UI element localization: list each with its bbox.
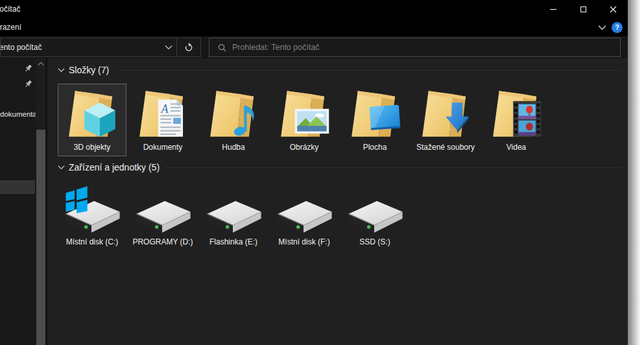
tile-dokumenty[interactable]: Dokumenty — [128, 84, 197, 156]
sidebar-selected-row[interactable] — [0, 180, 35, 194]
address-dropdown-button[interactable] — [161, 38, 176, 56]
chevron-down-icon[interactable] — [58, 67, 65, 73]
minimize-icon — [550, 9, 556, 10]
tile-programy-d[interactable]: PROGRAMY (D:) — [128, 182, 197, 249]
help-button[interactable]: ? — [612, 22, 623, 33]
tile-label: Stažené soubory — [416, 143, 475, 152]
chevron-down-icon — [165, 45, 173, 50]
ribbon-tab-label: Zobrazení — [0, 23, 21, 32]
navigation-pane[interactable]: dokumenta — [0, 58, 36, 345]
tile-flashinka-e[interactable]: Flashinka (E:) — [199, 182, 268, 249]
address-bar[interactable]: Tento počítač — [0, 38, 201, 57]
tile-obr-zky[interactable]: Obrázky — [270, 84, 339, 156]
tile-icon — [203, 184, 264, 236]
breadcrumb-text: Tento počítač — [1, 43, 42, 52]
tile-label: Dokumenty — [143, 143, 183, 152]
maximize-button[interactable] — [568, 0, 598, 18]
tile-sta-en-soubory[interactable]: Stažené soubory — [411, 84, 480, 156]
close-icon — [610, 6, 617, 13]
search-icon — [217, 43, 227, 53]
ribbon-tab-view[interactable]: Zobrazení — [0, 18, 130, 36]
tile-label: Místní disk (C:) — [66, 237, 119, 246]
scroll-up-icon[interactable] — [38, 62, 44, 66]
window-controls — [538, 0, 628, 18]
refresh-button[interactable] — [177, 38, 200, 56]
tile-label: Místní disk (F:) — [278, 237, 329, 246]
file-list-pane: Složky (7) 3D objekty Dokumenty Hudba Ob… — [47, 58, 628, 345]
tile-icon — [62, 184, 123, 236]
window-title: Tento počítač — [0, 0, 208, 18]
tile-ssd-s[interactable]: SSD (S:) — [340, 182, 409, 249]
search-box[interactable] — [209, 38, 621, 57]
refresh-icon — [184, 42, 194, 53]
tile-label: Flashinka (E:) — [209, 237, 257, 246]
tile-plocha[interactable]: Plocha — [340, 84, 409, 156]
window-drop-shadow — [628, 0, 644, 345]
explorer-window: Tento počítač Zobrazení — [0, 0, 628, 345]
group-rule — [115, 70, 623, 71]
tile-label: PROGRAMY (D:) — [132, 237, 193, 246]
help-icon: ? — [615, 23, 619, 31]
titlebar: Tento počítač — [0, 0, 628, 18]
tile-icon — [344, 184, 405, 236]
address-row: Tento počítač — [0, 36, 628, 58]
pin-icon — [24, 64, 32, 73]
group-header-devices[interactable]: Zařízení a jednotky (5) — [58, 162, 623, 172]
ribbon-tab-row: Zobrazení ? — [0, 18, 628, 36]
tile-icon — [488, 86, 544, 141]
tile-label: 3D objekty — [74, 143, 111, 152]
drives-grid: Místní disk (C:) PROGRAMY (D:) Flashinka… — [58, 182, 623, 249]
group-label: Složky (7) — [69, 65, 109, 75]
sidebar-item-partial[interactable]: dokumenta — [0, 110, 36, 118]
tile-videa[interactable]: Videa — [482, 84, 551, 156]
tile-label: Hudba — [222, 143, 244, 152]
breadcrumb[interactable]: Tento počítač — [1, 38, 161, 56]
maximize-icon — [580, 6, 586, 12]
window-title-text: Tento počítač — [0, 5, 20, 14]
ribbon-collapse-icon[interactable] — [598, 25, 606, 30]
tile-label: SSD (S:) — [359, 237, 390, 246]
ribbon-right-controls: ? — [598, 18, 623, 36]
chevron-down-icon[interactable] — [58, 165, 65, 170]
tile-m-stn-disk-f[interactable]: Místní disk (F:) — [270, 182, 339, 249]
tile-icon — [135, 86, 191, 141]
sidebar-scrollbar[interactable] — [36, 58, 45, 345]
tile-icon — [132, 184, 193, 236]
tile-icon — [418, 86, 473, 141]
close-button[interactable] — [598, 0, 628, 18]
scrollbar-thumb[interactable] — [36, 130, 45, 345]
group-rule — [166, 167, 623, 168]
tile-label: Obrázky — [290, 143, 319, 152]
search-input[interactable] — [232, 43, 620, 52]
main-area: dokumenta Složky (7) 3D objekty Dokument… — [0, 58, 628, 345]
tile-icon — [206, 86, 261, 141]
pin-icon — [24, 80, 32, 88]
tile-icon — [274, 184, 335, 236]
tile-icon — [347, 86, 403, 141]
tile-label: Plocha — [363, 143, 387, 152]
tile-icon — [276, 86, 332, 141]
group-label: Zařízení a jednotky (5) — [69, 162, 160, 172]
tile-m-stn-disk-c[interactable]: Místní disk (C:) — [58, 182, 126, 249]
folders-grid: 3D objekty Dokumenty Hudba Obrázky Ploch… — [58, 84, 623, 156]
screenshot-root: Tento počítač Zobrazení — [0, 0, 644, 345]
tile-label: Videa — [507, 143, 526, 152]
tile-hudba[interactable]: Hudba — [199, 84, 268, 156]
group-header-folders[interactable]: Složky (7) — [58, 65, 623, 75]
tile-icon — [64, 86, 120, 141]
minimize-button[interactable] — [538, 0, 568, 18]
tile-3d-objekty[interactable]: 3D objekty — [58, 84, 126, 156]
